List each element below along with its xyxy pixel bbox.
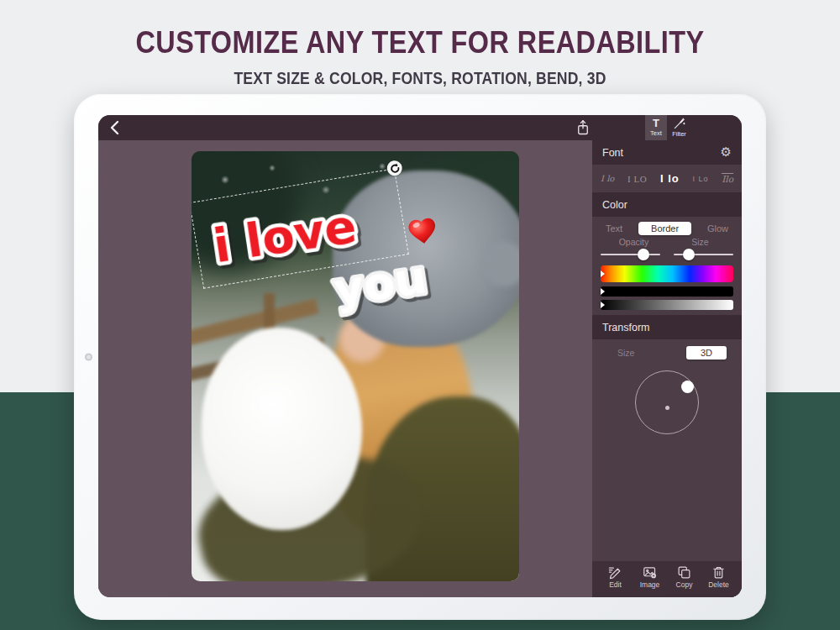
text-tool-icon: T: [653, 118, 659, 129]
font-sample-4[interactable]: I Lo: [692, 175, 708, 183]
font-sample-2[interactable]: I LO: [627, 174, 647, 184]
magic-wand-icon: [673, 118, 685, 129]
photo-winter-mother-baby: i love you: [192, 151, 519, 581]
color-section-title: Color: [602, 199, 627, 211]
slider-labels: Opacity Size: [601, 237, 733, 248]
font-sample-1[interactable]: I lo: [601, 174, 614, 183]
color-target-tabs: Text Border Glow: [601, 219, 733, 236]
delete-button[interactable]: Delete: [706, 565, 732, 597]
image-icon: [643, 565, 657, 580]
transform-section-title: Transform: [602, 322, 650, 333]
solid-black-bar[interactable]: [601, 286, 733, 297]
page-subtitle: TEXT SIZE & COLOR, FONTS, ROTATION, BEND…: [50, 69, 790, 88]
copy-button[interactable]: Copy: [671, 565, 698, 597]
overlay-line2: you: [330, 250, 430, 317]
tab-filter[interactable]: Filter: [667, 115, 691, 140]
settings-panel: Font ⚙ I lo I LO I lo I Lo Ilo Color Tex…: [592, 140, 742, 597]
ipad-mockup: T Text Filter: [74, 94, 766, 620]
transform-size-option[interactable]: Size: [617, 348, 634, 358]
photo-baby-blanket: [202, 328, 362, 530]
font-sample-3-selected[interactable]: I lo: [660, 172, 680, 185]
font-section-title: Font: [602, 147, 623, 159]
edit-button[interactable]: Edit: [602, 565, 629, 597]
color-tab-glow[interactable]: Glow: [707, 223, 728, 234]
gear-icon[interactable]: ⚙: [721, 146, 732, 159]
front-camera-dot: [85, 354, 92, 361]
photo-beanie-pompom: [483, 242, 519, 287]
size-label: Size: [667, 237, 733, 248]
transform-section-header: Transform: [592, 315, 742, 339]
pencil-icon: [608, 565, 622, 580]
editor-canvas[interactable]: i love you: [98, 140, 592, 597]
overlay-line1: i love: [210, 198, 360, 274]
font-sample-5[interactable]: Ilo: [722, 174, 733, 184]
3d-rotation-control[interactable]: [635, 370, 699, 434]
heart-sticker[interactable]: [404, 213, 442, 249]
image-label: Image: [640, 580, 660, 589]
copy-label: Copy: [676, 580, 693, 589]
opacity-label: Opacity: [601, 237, 667, 248]
opacity-slider[interactable]: [601, 249, 660, 260]
share-button[interactable]: [574, 118, 592, 137]
object-actions-bar: Edit: [592, 561, 742, 597]
color-section-body: Text Border Glow Opacity Size: [592, 217, 742, 315]
app-screen: T Text Filter: [98, 115, 742, 597]
mode-tabs: T Text Filter: [645, 115, 691, 140]
tab-filter-label: Filter: [672, 130, 686, 138]
app-toolbar: T Text Filter: [98, 115, 742, 140]
color-section-header: Color: [592, 192, 742, 217]
back-button[interactable]: [107, 120, 122, 135]
tab-text[interactable]: T Text: [645, 115, 667, 140]
opacity-slider-track[interactable]: [601, 254, 660, 255]
size-slider[interactable]: [674, 249, 733, 260]
color-tab-border[interactable]: Border: [638, 222, 691, 235]
sliders-row: [601, 249, 733, 260]
image-button[interactable]: Image: [637, 565, 664, 597]
edit-label: Edit: [609, 580, 622, 589]
font-section-header: Font ⚙: [592, 140, 742, 165]
3d-control-center-dot: [665, 406, 669, 410]
tab-text-label: Text: [650, 129, 662, 137]
color-tab-text[interactable]: Text: [606, 223, 622, 234]
grayscale-gradient-bar[interactable]: [601, 300, 733, 310]
hue-spectrum-bar[interactable]: [601, 265, 733, 282]
size-slider-thumb[interactable]: [683, 249, 695, 260]
delete-label: Delete: [708, 580, 729, 589]
opacity-slider-thumb[interactable]: [638, 249, 649, 260]
transform-3d-option[interactable]: 3D: [686, 346, 727, 360]
3d-control-handle[interactable]: [681, 381, 694, 393]
page-title: CUSTOMIZE ANY TEXT FOR READABILITY: [42, 25, 798, 60]
trash-icon: [711, 565, 726, 580]
transform-section-body: Size 3D: [592, 339, 742, 597]
share-icon: [575, 119, 591, 136]
font-samples-row: I lo I LO I lo I Lo Ilo: [592, 165, 742, 192]
copy-icon: [677, 565, 691, 580]
transform-mode-row: Size 3D: [592, 339, 742, 360]
chevron-left-icon: [110, 120, 119, 135]
